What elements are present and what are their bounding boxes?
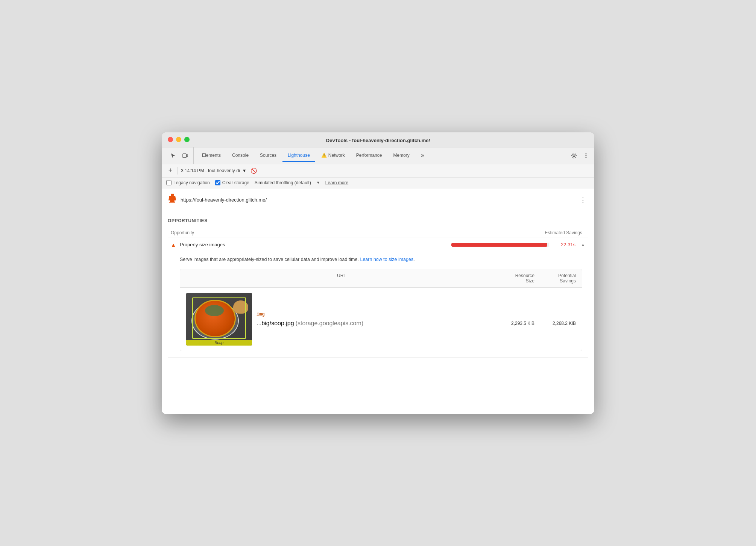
device-toggle-icon[interactable] bbox=[180, 150, 190, 161]
lh-menu-button[interactable]: ⋮ bbox=[578, 195, 588, 205]
row-url-origin: (storage.googleapis.com) bbox=[296, 320, 364, 327]
traffic-lights bbox=[168, 137, 190, 142]
toolbar-end bbox=[569, 150, 591, 161]
more-options-icon[interactable] bbox=[581, 150, 591, 161]
main-content: https://foul-heavenly-direction.glitch.m… bbox=[162, 188, 594, 414]
thumbnail-caption: Soup bbox=[186, 340, 252, 346]
clear-storage-checkbox[interactable] bbox=[215, 180, 220, 185]
row-potential-savings: 2,268.2 KiB bbox=[534, 321, 576, 326]
tab-console[interactable]: Console bbox=[227, 150, 254, 162]
tab-memory[interactable]: Memory bbox=[388, 150, 415, 162]
options-bar: Legacy navigation Clear storage Simulate… bbox=[162, 177, 594, 188]
learn-more-link[interactable]: Learn more bbox=[325, 180, 348, 185]
opportunity-label: Properly size images bbox=[180, 242, 448, 247]
lh-url-text: https://foul-heavenly-direction.glitch.m… bbox=[181, 197, 267, 203]
opportunity-bar-wrap bbox=[451, 243, 549, 247]
opportunity-savings: 22.31s bbox=[553, 242, 575, 247]
clear-storage-label: Clear storage bbox=[222, 180, 249, 185]
svg-point-2 bbox=[573, 155, 575, 156]
throttle-label: Simulated throttling (default) bbox=[255, 180, 311, 185]
image-thumbnail: Soup bbox=[186, 293, 252, 346]
opportunities-heading: OPPORTUNITIES bbox=[168, 218, 588, 223]
lh-header: https://foul-heavenly-direction.glitch.m… bbox=[162, 188, 594, 212]
opportunity-detail: Serve images that are appropriately-size… bbox=[168, 252, 588, 358]
row-url-short: ...big/soop.jpg bbox=[257, 320, 294, 327]
opportunity-description: Serve images that are appropriately-size… bbox=[180, 256, 582, 263]
tab-elements[interactable]: Elements bbox=[197, 150, 226, 162]
clear-storage-group[interactable]: Clear storage bbox=[215, 180, 249, 185]
settings-icon[interactable] bbox=[569, 150, 579, 161]
devtools-window: DevTools - foul-heavenly-direction.glitc… bbox=[162, 132, 594, 414]
tab-network[interactable]: ⚠️ Network bbox=[316, 150, 350, 162]
table-header: Opportunity Estimated Savings bbox=[168, 228, 588, 238]
svg-rect-1 bbox=[187, 155, 188, 157]
row-img-tag: img bbox=[257, 312, 576, 317]
urlbar: + 3:14:14 PM - foul-heavenly-di ▼ 🚫 bbox=[162, 164, 594, 177]
inner-table-row: Soup img ...big/soop.jpg (storage.google… bbox=[180, 288, 582, 351]
svg-rect-0 bbox=[183, 154, 186, 158]
cursor-icon[interactable] bbox=[168, 150, 178, 161]
opportunity-main: ▲ Properly size images 22.31s ▲ bbox=[168, 238, 588, 252]
inner-col-resource: ResourceSize bbox=[497, 273, 534, 284]
row-resource-size: 2,293.5 KiB bbox=[497, 321, 534, 326]
opportunity-bar bbox=[451, 243, 547, 247]
legacy-nav-label: Legacy navigation bbox=[173, 180, 210, 185]
window-title: DevTools - foul-heavenly-direction.glitc… bbox=[326, 138, 430, 143]
svg-marker-7 bbox=[169, 196, 176, 200]
legacy-nav-group[interactable]: Legacy navigation bbox=[166, 180, 210, 185]
legacy-nav-checkbox[interactable] bbox=[166, 180, 172, 185]
svg-rect-9 bbox=[169, 202, 175, 203]
lighthouse-icon bbox=[168, 194, 177, 206]
throttle-dropdown-arrow[interactable]: ▼ bbox=[316, 180, 320, 185]
inner-table-header: URL ResourceSize PotentialSavings bbox=[180, 269, 582, 288]
svg-rect-6 bbox=[171, 194, 174, 196]
tab-more[interactable]: » bbox=[416, 149, 430, 162]
inner-table: URL ResourceSize PotentialSavings bbox=[180, 269, 582, 351]
toolbar: Elements Console Sources Lighthouse ⚠️ N… bbox=[162, 147, 594, 164]
tab-sources[interactable]: Sources bbox=[255, 150, 282, 162]
toolbar-left-icons bbox=[165, 147, 194, 164]
urlbar-dropdown-button[interactable]: ▼ bbox=[242, 168, 247, 173]
add-tab-button[interactable]: + bbox=[166, 167, 175, 175]
opportunity-chevron-icon[interactable]: ▲ bbox=[581, 242, 585, 247]
col-opportunity: Opportunity bbox=[168, 230, 545, 235]
urlbar-separator bbox=[178, 167, 178, 174]
tab-performance[interactable]: Performance bbox=[351, 150, 387, 162]
col-estimated-savings: Estimated Savings bbox=[545, 230, 582, 235]
row-details: img ...big/soop.jpg (storage.googleapis.… bbox=[257, 312, 576, 327]
row-url-row: ...big/soop.jpg (storage.googleapis.com)… bbox=[257, 320, 576, 327]
tab-lighthouse[interactable]: Lighthouse bbox=[282, 150, 315, 162]
inner-col-potential: PotentialSavings bbox=[534, 273, 576, 284]
lh-url-row: https://foul-heavenly-direction.glitch.m… bbox=[168, 194, 267, 206]
titlebar: DevTools - foul-heavenly-direction.glitc… bbox=[162, 132, 594, 147]
close-button[interactable] bbox=[168, 137, 173, 142]
svg-point-4 bbox=[586, 155, 587, 156]
svg-point-5 bbox=[586, 157, 587, 158]
opportunity-row: ▲ Properly size images 22.31s ▲ Serve im… bbox=[168, 238, 588, 358]
svg-point-3 bbox=[586, 153, 587, 154]
learn-size-link[interactable]: Learn how to size images bbox=[360, 257, 413, 262]
urlbar-timestamp: 3:14:14 PM - foul-heavenly-di bbox=[181, 168, 240, 173]
inner-col-url: URL bbox=[186, 273, 497, 284]
opportunity-warning-icon: ▲ bbox=[171, 242, 176, 248]
maximize-button[interactable] bbox=[184, 137, 190, 142]
warning-icon: ⚠️ bbox=[321, 153, 327, 158]
block-icon: 🚫 bbox=[250, 167, 258, 175]
urlbar-text: 3:14:14 PM - foul-heavenly-di ▼ bbox=[181, 168, 247, 173]
opportunities-section: OPPORTUNITIES Opportunity Estimated Savi… bbox=[162, 212, 594, 358]
highlight-border bbox=[192, 297, 246, 339]
throttle-group: Simulated throttling (default) bbox=[255, 180, 311, 185]
svg-rect-8 bbox=[170, 200, 175, 202]
minimize-button[interactable] bbox=[176, 137, 181, 142]
